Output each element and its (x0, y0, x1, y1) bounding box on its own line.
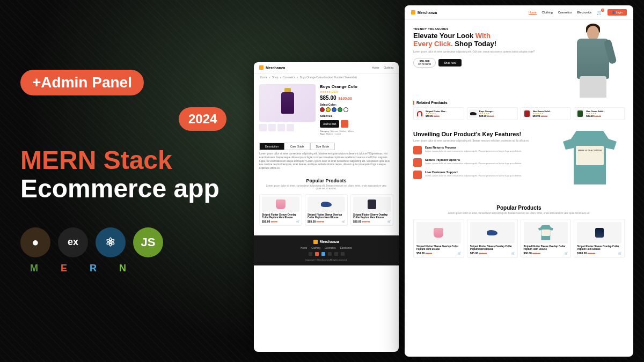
nav-clothing[interactable]: Clothing (384, 66, 393, 69)
product-card[interactable]: Striped Flutter Sleeve Overlap Collar Pe… (305, 194, 348, 226)
hero-title: Elevate Your Look With Every Click. Shop… (413, 32, 536, 48)
thumb[interactable] (268, 124, 276, 131)
year-badge: 2024 (179, 107, 226, 131)
related-card[interactable]: Striped Flutter Slee...★★★★★$50.00 $80.0… (413, 107, 464, 120)
node-icon: JS (133, 227, 163, 257)
navbar: Merchanza Home Clothing Cosmetics Electr… (405, 5, 633, 20)
related-heading: Related Products (413, 101, 625, 105)
nav-clothing[interactable]: Clothing (542, 11, 553, 14)
tab-size[interactable]: Size Guide (310, 143, 335, 150)
promo-panel: +Admin Panel 2024 MERN Stack Ecommerce a… (20, 70, 219, 274)
thumb[interactable] (287, 124, 294, 131)
swatch-red[interactable] (320, 107, 325, 112)
hero-subtitle: Lorem ipsum dolor sit amet consectetur a… (413, 50, 536, 54)
features-subtitle: Lorem ipsum dolor sit amet consectetur a… (413, 139, 547, 142)
footer-link[interactable]: Home (301, 247, 307, 249)
linkedin-icon[interactable] (328, 252, 332, 256)
mern-letters: MERN (30, 263, 219, 274)
add-to-cart-button[interactable]: Add to cart (320, 120, 339, 128)
instagram-icon[interactable] (315, 252, 319, 256)
footer-link[interactable]: Clothing (311, 247, 320, 249)
product-card[interactable]: Striped Flutter Sleeve Overlap Collar Pe… (350, 194, 393, 226)
product-thumbs (259, 124, 316, 131)
color-label: Select Color: (320, 103, 393, 106)
feature-item: Live Customer SupportLorem, ipsum dolor … (413, 171, 547, 179)
youtube-icon[interactable] (334, 252, 338, 256)
price: $85.00$120.00 (320, 95, 393, 101)
product-meta: Category | Women | Jacket | Winter Tags:… (320, 130, 393, 135)
favorite-button[interactable] (341, 120, 348, 128)
nav-home[interactable]: Home (529, 11, 537, 14)
features-section: Unveiling Our Product's Key Features! Lo… (405, 123, 633, 192)
footer-link[interactable]: Electronics (340, 247, 352, 249)
product-card[interactable]: Striped Flutter Sleeve Overlap Collar Pe… (467, 219, 518, 258)
product-detail-window: Merchanza Home Clothing Home › Shop › Co… (254, 62, 399, 352)
cart-icon[interactable]: 🛒 (565, 252, 568, 255)
tab-description[interactable]: Description (259, 143, 284, 150)
nav-cosmetics[interactable]: Cosmetics (558, 11, 572, 14)
product-card[interactable]: Striped Flutter Sleeve Overlap Collar Pe… (521, 219, 572, 258)
features-heading: Unveiling Our Product's Key Features! (413, 131, 547, 138)
cart-icon[interactable]: 🛒 (618, 252, 621, 255)
mongodb-icon: ● (20, 227, 50, 257)
nav-home[interactable]: Home (372, 66, 379, 69)
product-card[interactable]: Striped Flutter Sleeve Overlap Collar Pe… (574, 219, 625, 258)
swatch-yellow[interactable] (326, 107, 331, 112)
product-main-image[interactable] (259, 84, 316, 122)
popular-subtitle: Lorem ipsum dolor sit amet, consectetur … (254, 184, 399, 190)
github-icon[interactable] (341, 252, 345, 256)
cart-icon[interactable]: 🛒 (342, 220, 345, 223)
bag-icon (313, 240, 318, 244)
discount-pill: 30% OFFOn All Items (413, 58, 436, 68)
shop-now-button[interactable]: Shop now (438, 59, 461, 67)
feature-item: Secure Payment OptionsLorem, ipsum dolor… (413, 158, 547, 167)
nav-links: Home Clothing (372, 66, 393, 69)
copyright: Copyright © Merchanza | All rights reser… (254, 258, 399, 261)
product-card[interactable]: Striped Flutter Sleeve Overlap Collar Pe… (259, 194, 302, 226)
hero-eyebrow: TRENDY TREASURES (413, 27, 536, 31)
returns-icon (413, 146, 422, 154)
hero-image (553, 20, 633, 98)
cart-icon[interactable]: 🛒 (387, 220, 391, 223)
popular-heading: Popular Products (413, 205, 625, 211)
admin-badge: +Admin Panel (20, 70, 144, 95)
nav-electronics[interactable]: Electronics (577, 11, 591, 14)
navbar: Merchanza Home Clothing (254, 62, 399, 73)
product-tabs: Description Care Guide Size Guide (259, 143, 393, 150)
product-card[interactable]: Striped Flutter Sleeve Overlap Collar Pe… (413, 219, 464, 258)
popular-heading: Popular Products (254, 178, 399, 183)
description-text: Lorem ipsum dolor sit amet consectetur a… (254, 152, 399, 171)
breadcrumb: Home › Shop › Cosmetics › Boys Orange Co… (254, 73, 399, 81)
related-card[interactable]: Men Green Solid...★★★★★$60.00 $100.00 (574, 107, 625, 120)
cart-icon[interactable]: 🛒 (511, 252, 515, 255)
login-button[interactable]: 👤 Login (608, 9, 627, 16)
cart-icon[interactable]: 🛒 (597, 10, 602, 15)
facebook-icon[interactable] (309, 252, 312, 256)
related-card[interactable]: Boys Orange...★★★★★$85.00 $120.00 (467, 107, 518, 120)
thumb[interactable] (277, 124, 285, 131)
express-icon: ex (58, 227, 88, 257)
feature-item: Easy Returns ProcessLorem, ipsum dolor s… (413, 146, 547, 154)
cart-icon[interactable]: 🛒 (296, 220, 299, 223)
homepage-window: Merchanza Home Clothing Cosmetics Electr… (405, 5, 633, 357)
related-card[interactable]: Men Green Solid...★★★★★$60.00 $100.00 (521, 107, 572, 120)
payment-icon (413, 158, 422, 167)
swatch-blue[interactable] (332, 107, 336, 112)
popular-grid: Striped Flutter Sleeve Overlap Collar Pe… (254, 190, 399, 230)
size-label: Select Siz (320, 114, 393, 117)
social-icons (254, 252, 399, 256)
tab-care[interactable]: Care Guide (284, 143, 310, 150)
cart-icon[interactable]: 🛒 (458, 252, 461, 255)
brand-logo[interactable]: Merchanza (411, 10, 437, 14)
swatch-green[interactable] (338, 107, 342, 112)
rating: ★★★★★ (223) (320, 90, 393, 93)
related-products: Related Products Striped Flutter Slee...… (405, 98, 633, 123)
footer-link[interactable]: Cosmetics (325, 247, 336, 249)
support-icon (413, 171, 422, 179)
swatch-white[interactable] (343, 107, 348, 112)
footer: Merchanza Home Clothing Cosmetics Electr… (254, 235, 399, 265)
thumb[interactable] (259, 124, 267, 131)
brand-logo[interactable]: Merchanza (259, 65, 285, 70)
bag-icon (411, 10, 415, 14)
twitter-icon[interactable] (321, 252, 325, 256)
